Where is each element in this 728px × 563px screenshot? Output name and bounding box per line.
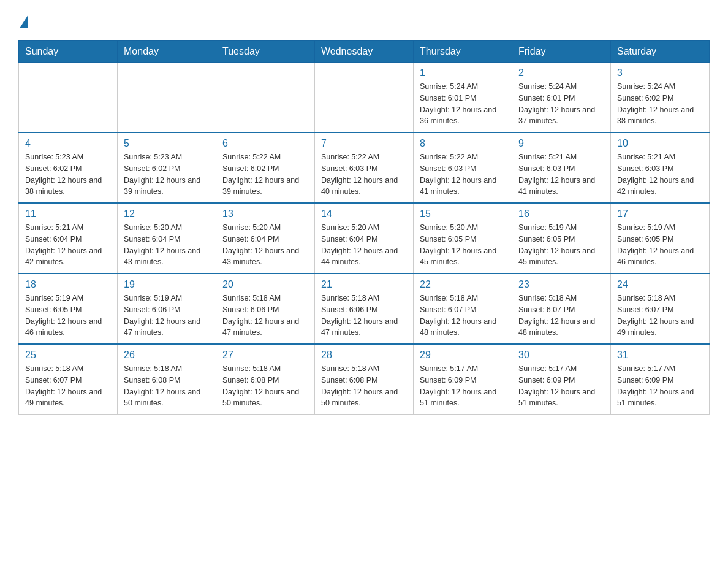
calendar-cell: 26Sunrise: 5:18 AMSunset: 6:08 PMDayligh…: [118, 344, 216, 415]
day-of-week-header: Sunday: [19, 41, 118, 63]
calendar-cell: 5Sunrise: 5:23 AMSunset: 6:02 PMDaylight…: [118, 132, 216, 203]
calendar-cell: 6Sunrise: 5:22 AMSunset: 6:02 PMDaylight…: [216, 132, 315, 203]
calendar-cell: [19, 63, 118, 133]
calendar-cell: 9Sunrise: 5:21 AMSunset: 6:03 PMDaylight…: [512, 132, 611, 203]
day-number: 12: [124, 209, 210, 220]
day-number: 27: [222, 350, 308, 361]
day-number: 13: [222, 209, 308, 220]
day-info: Sunrise: 5:23 AMSunset: 6:02 PMDaylight:…: [25, 151, 111, 197]
day-info: Sunrise: 5:17 AMSunset: 6:09 PMDaylight:…: [420, 363, 506, 409]
day-number: 7: [321, 138, 407, 149]
day-info: Sunrise: 5:18 AMSunset: 6:06 PMDaylight:…: [321, 293, 407, 339]
day-info: Sunrise: 5:20 AMSunset: 6:05 PMDaylight:…: [420, 222, 506, 268]
day-number: 9: [518, 138, 604, 149]
day-info: Sunrise: 5:17 AMSunset: 6:09 PMDaylight:…: [617, 363, 703, 409]
calendar-week-row: 25Sunrise: 5:18 AMSunset: 6:07 PMDayligh…: [19, 344, 710, 415]
day-of-week-header: Tuesday: [216, 41, 315, 63]
day-info: Sunrise: 5:24 AMSunset: 6:01 PMDaylight:…: [518, 81, 604, 127]
day-info: Sunrise: 5:22 AMSunset: 6:02 PMDaylight:…: [222, 151, 308, 197]
calendar-header-row: SundayMondayTuesdayWednesdayThursdayFrid…: [19, 41, 710, 63]
day-info: Sunrise: 5:18 AMSunset: 6:07 PMDaylight:…: [420, 293, 506, 339]
day-number: 4: [25, 138, 111, 149]
calendar-cell: 27Sunrise: 5:18 AMSunset: 6:08 PMDayligh…: [216, 344, 315, 415]
day-info: Sunrise: 5:24 AMSunset: 6:01 PMDaylight:…: [420, 81, 506, 127]
day-info: Sunrise: 5:21 AMSunset: 6:03 PMDaylight:…: [617, 151, 703, 197]
calendar-cell: [118, 63, 216, 133]
calendar-cell: [315, 63, 414, 133]
day-info: Sunrise: 5:23 AMSunset: 6:02 PMDaylight:…: [124, 151, 210, 197]
calendar-week-row: 11Sunrise: 5:21 AMSunset: 6:04 PMDayligh…: [19, 203, 710, 274]
calendar-cell: [216, 63, 315, 133]
calendar-cell: 15Sunrise: 5:20 AMSunset: 6:05 PMDayligh…: [414, 203, 512, 274]
logo-triangle-icon: [20, 15, 28, 28]
day-number: 17: [617, 209, 703, 220]
calendar-cell: 3Sunrise: 5:24 AMSunset: 6:02 PMDaylight…: [611, 63, 710, 133]
day-number: 31: [617, 350, 703, 361]
calendar-cell: 11Sunrise: 5:21 AMSunset: 6:04 PMDayligh…: [19, 203, 118, 274]
calendar-cell: 23Sunrise: 5:18 AMSunset: 6:07 PMDayligh…: [512, 274, 611, 344]
day-info: Sunrise: 5:20 AMSunset: 6:04 PMDaylight:…: [222, 222, 308, 268]
logo: [18, 12, 28, 28]
day-info: Sunrise: 5:19 AMSunset: 6:06 PMDaylight:…: [124, 293, 210, 339]
calendar-cell: 10Sunrise: 5:21 AMSunset: 6:03 PMDayligh…: [611, 132, 710, 203]
calendar-cell: 22Sunrise: 5:18 AMSunset: 6:07 PMDayligh…: [414, 274, 512, 344]
day-number: 1: [420, 67, 506, 79]
calendar-cell: 19Sunrise: 5:19 AMSunset: 6:06 PMDayligh…: [118, 274, 216, 344]
calendar-cell: 29Sunrise: 5:17 AMSunset: 6:09 PMDayligh…: [414, 344, 512, 415]
calendar-cell: 13Sunrise: 5:20 AMSunset: 6:04 PMDayligh…: [216, 203, 315, 274]
day-number: 8: [420, 138, 506, 149]
calendar-cell: 30Sunrise: 5:17 AMSunset: 6:09 PMDayligh…: [512, 344, 611, 415]
calendar-cell: 21Sunrise: 5:18 AMSunset: 6:06 PMDayligh…: [315, 274, 414, 344]
calendar-week-row: 4Sunrise: 5:23 AMSunset: 6:02 PMDaylight…: [19, 132, 710, 203]
day-number: 6: [222, 138, 308, 149]
calendar-table: SundayMondayTuesdayWednesdayThursdayFrid…: [18, 40, 710, 415]
calendar-cell: 1Sunrise: 5:24 AMSunset: 6:01 PMDaylight…: [414, 63, 512, 133]
calendar-cell: 24Sunrise: 5:18 AMSunset: 6:07 PMDayligh…: [611, 274, 710, 344]
calendar-cell: 18Sunrise: 5:19 AMSunset: 6:05 PMDayligh…: [19, 274, 118, 344]
calendar-cell: 20Sunrise: 5:18 AMSunset: 6:06 PMDayligh…: [216, 274, 315, 344]
day-number: 26: [124, 350, 210, 361]
day-number: 10: [617, 138, 703, 149]
day-info: Sunrise: 5:19 AMSunset: 6:05 PMDaylight:…: [617, 222, 703, 268]
day-info: Sunrise: 5:24 AMSunset: 6:02 PMDaylight:…: [617, 81, 703, 127]
day-number: 14: [321, 209, 407, 220]
day-of-week-header: Monday: [118, 41, 216, 63]
day-number: 29: [420, 350, 506, 361]
day-number: 25: [25, 350, 111, 361]
calendar-week-row: 1Sunrise: 5:24 AMSunset: 6:01 PMDaylight…: [19, 63, 710, 133]
day-info: Sunrise: 5:22 AMSunset: 6:03 PMDaylight:…: [420, 151, 506, 197]
day-number: 5: [124, 138, 210, 149]
day-info: Sunrise: 5:18 AMSunset: 6:07 PMDaylight:…: [617, 293, 703, 339]
day-of-week-header: Friday: [512, 41, 611, 63]
calendar-cell: 4Sunrise: 5:23 AMSunset: 6:02 PMDaylight…: [19, 132, 118, 203]
day-info: Sunrise: 5:19 AMSunset: 6:05 PMDaylight:…: [518, 222, 604, 268]
day-info: Sunrise: 5:18 AMSunset: 6:08 PMDaylight:…: [124, 363, 210, 409]
day-info: Sunrise: 5:20 AMSunset: 6:04 PMDaylight:…: [321, 222, 407, 268]
calendar-cell: 8Sunrise: 5:22 AMSunset: 6:03 PMDaylight…: [414, 132, 512, 203]
page-header: [18, 12, 710, 28]
day-number: 24: [617, 279, 703, 290]
day-info: Sunrise: 5:18 AMSunset: 6:07 PMDaylight:…: [25, 363, 111, 409]
day-info: Sunrise: 5:18 AMSunset: 6:08 PMDaylight:…: [222, 363, 308, 409]
day-info: Sunrise: 5:20 AMSunset: 6:04 PMDaylight:…: [124, 222, 210, 268]
day-info: Sunrise: 5:18 AMSunset: 6:08 PMDaylight:…: [321, 363, 407, 409]
calendar-cell: 28Sunrise: 5:18 AMSunset: 6:08 PMDayligh…: [315, 344, 414, 415]
day-number: 3: [617, 67, 703, 79]
day-number: 22: [420, 279, 506, 290]
day-number: 28: [321, 350, 407, 361]
day-number: 20: [222, 279, 308, 290]
day-number: 15: [420, 209, 506, 220]
day-number: 16: [518, 209, 604, 220]
day-number: 11: [25, 209, 111, 220]
day-of-week-header: Thursday: [414, 41, 512, 63]
day-number: 2: [518, 67, 604, 79]
day-info: Sunrise: 5:18 AMSunset: 6:07 PMDaylight:…: [518, 293, 604, 339]
day-info: Sunrise: 5:21 AMSunset: 6:04 PMDaylight:…: [25, 222, 111, 268]
calendar-cell: 16Sunrise: 5:19 AMSunset: 6:05 PMDayligh…: [512, 203, 611, 274]
calendar-cell: 31Sunrise: 5:17 AMSunset: 6:09 PMDayligh…: [611, 344, 710, 415]
day-info: Sunrise: 5:18 AMSunset: 6:06 PMDaylight:…: [222, 293, 308, 339]
day-info: Sunrise: 5:22 AMSunset: 6:03 PMDaylight:…: [321, 151, 407, 197]
day-info: Sunrise: 5:21 AMSunset: 6:03 PMDaylight:…: [518, 151, 604, 197]
day-number: 21: [321, 279, 407, 290]
day-info: Sunrise: 5:19 AMSunset: 6:05 PMDaylight:…: [25, 293, 111, 339]
